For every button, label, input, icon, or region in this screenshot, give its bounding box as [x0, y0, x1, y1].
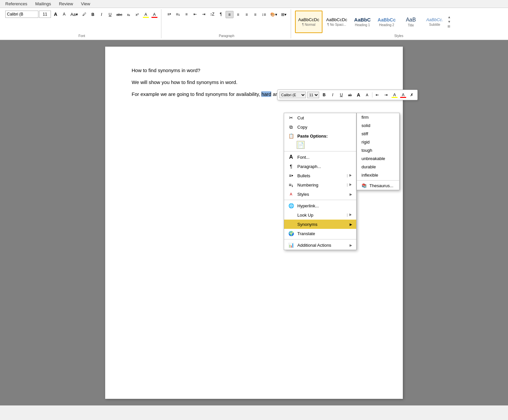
styles-group-label: Styles — [292, 34, 505, 38]
document-page[interactable]: How to find synonyms in word? We will sh… — [105, 47, 403, 399]
mini-separator — [372, 92, 372, 98]
mini-shrink-btn[interactable]: A — [363, 92, 371, 98]
mini-color-btn[interactable]: A — [400, 92, 407, 98]
synonym-durable[interactable]: durable — [357, 163, 399, 171]
bullets-btn[interactable]: ≡• — [165, 11, 173, 18]
font-controls: A A Aa▾ 🖊 B I U abc x₂ x² A — [5, 9, 158, 24]
tab-view[interactable]: View — [77, 0, 94, 8]
tab-references[interactable]: References — [1, 0, 31, 8]
style-normal[interactable]: AaBbCcDc ¶ Normal — [295, 11, 323, 33]
clear-format-btn[interactable]: 🖊 — [80, 11, 88, 18]
ctx-synonyms-label: Synonyms — [297, 222, 346, 227]
ctx-numbering-label: Numbering — [297, 183, 342, 188]
borders-btn[interactable]: ⊞▾ — [279, 11, 288, 18]
font-color-btn[interactable]: A — [150, 11, 158, 18]
mini-highlight-btn[interactable]: A — [391, 92, 398, 98]
mini-underline-btn[interactable]: U — [338, 92, 345, 98]
paragraph-controls: ≡• ≡₁ ≡ ⇤ ⇥ ↕Z ¶ ≡ ≡ ≡ ≡ ↕≡ 🎨▾ ⊞▾ — [165, 9, 288, 24]
ctx-paragraph[interactable]: ¶ Paragraph... — [284, 162, 356, 171]
style-title-label: Title — [408, 23, 414, 27]
italic-btn[interactable]: I — [98, 11, 106, 18]
ctx-synonyms[interactable]: Synonyms ▶ — [284, 220, 356, 229]
ctx-numbering[interactable]: ≡₁ Numbering ｜▶ — [284, 180, 356, 189]
underline-btn[interactable]: U — [106, 11, 114, 18]
synonym-firm[interactable]: firm — [357, 113, 399, 121]
strikethrough-btn[interactable]: abc — [115, 11, 124, 18]
thesaurus-item[interactable]: 📚 Thesaurus... — [357, 182, 399, 190]
style-h1[interactable]: AaBbC Heading 1 — [351, 11, 374, 33]
synonym-unbreakable[interactable]: unbreakable — [357, 154, 399, 163]
multilevel-btn[interactable]: ≡ — [183, 11, 190, 18]
style-normal-preview: AaBbCcDc — [298, 17, 319, 22]
mini-outdent-btn[interactable]: ⇥ — [382, 92, 390, 98]
style-h1-label: Heading 1 — [355, 23, 370, 27]
styles-down-arrow[interactable]: ▼ — [447, 20, 451, 24]
tab-mailings[interactable]: Mailings — [31, 0, 55, 8]
ctx-lookup[interactable]: Look Up ｜▶ — [284, 210, 356, 220]
text-highlight-btn[interactable]: A — [142, 11, 150, 18]
line-spacing-btn[interactable]: ↕≡ — [260, 11, 268, 18]
ctx-hyperlink-label: Hyperlink... — [297, 203, 352, 208]
ctx-bullets[interactable]: ≡• Bullets ｜▶ — [284, 171, 356, 180]
mini-bold-btn[interactable]: B — [320, 92, 328, 98]
ctx-paste-row: 📋 Paste Options: — [284, 132, 356, 140]
align-left-btn[interactable]: ≡ — [226, 11, 233, 18]
mini-eraser-btn[interactable]: ✗ — [408, 92, 415, 98]
shading-btn[interactable]: 🎨▾ — [269, 11, 279, 18]
ribbon: References Mailings Review View A A Aa▾ … — [0, 0, 508, 40]
ctx-numbering-arrow: ｜▶ — [346, 183, 352, 187]
tab-review[interactable]: Review — [55, 0, 77, 8]
font-size-input[interactable] — [39, 11, 51, 18]
synonym-inflexible[interactable]: inflexible — [357, 171, 399, 179]
ribbon-tabs: References Mailings Review View — [0, 0, 508, 8]
ctx-cut-label: Cut — [297, 115, 352, 120]
ctx-sep-2 — [284, 200, 356, 200]
style-nospace[interactable]: AaBbCcDc ¶ No Spaci... — [323, 11, 350, 33]
superscript-btn[interactable]: x² — [133, 11, 141, 18]
ctx-additional[interactable]: 📊 Additional Actions ▶ — [284, 240, 356, 250]
ctx-lookup-label: Look Up — [297, 213, 342, 218]
mini-indent-btn[interactable]: ⇤ — [374, 92, 381, 98]
sort-btn[interactable]: ↕Z — [208, 11, 216, 18]
bold-btn[interactable]: B — [89, 11, 97, 18]
format-painter-btn[interactable]: Aa▾ — [69, 11, 80, 18]
align-right-btn[interactable]: ≡ — [243, 11, 251, 18]
decrease-indent-btn[interactable]: ⇤ — [191, 11, 199, 18]
ctx-font[interactable]: A Font... — [284, 152, 356, 162]
font-name-input[interactable] — [5, 11, 38, 18]
align-center-btn[interactable]: ≡ — [234, 11, 242, 18]
ctx-translate[interactable]: 🌍 Translate — [284, 229, 356, 238]
styles-expand-arrow[interactable]: ⊞ — [447, 24, 451, 29]
synonym-rigid[interactable]: rigid — [357, 138, 399, 146]
ctx-cut[interactable]: ✂ Cut — [284, 113, 356, 122]
ctx-styles[interactable]: A Styles ▶ — [284, 189, 356, 199]
mini-grow-btn[interactable]: A — [355, 91, 362, 99]
show-marks-btn[interactable]: ¶ — [217, 11, 225, 18]
subscript-btn[interactable]: x₂ — [125, 11, 133, 18]
ctx-bullets-arrow: ｜▶ — [346, 173, 352, 178]
styles-up-arrow[interactable]: ▲ — [447, 15, 451, 20]
style-h2[interactable]: AaBbCc Heading 2 — [375, 11, 399, 33]
justify-btn[interactable]: ≡ — [251, 11, 259, 18]
ctx-copy[interactable]: ⧉ Copy — [284, 122, 356, 132]
grow-font-btn[interactable]: A — [52, 11, 60, 18]
font-group-label: Font — [3, 34, 161, 38]
ctx-sep-3 — [284, 239, 356, 239]
mini-font-select[interactable]: Calibri (E — [279, 92, 306, 98]
style-h1-preview: AaBbC — [354, 17, 371, 22]
styles-scroll[interactable]: ▲ ▼ ⊞ — [447, 14, 451, 30]
synonym-tough[interactable]: tough — [357, 146, 399, 154]
ctx-hyperlink[interactable]: 🌐 Hyperlink... — [284, 201, 356, 210]
paste-clipboard-icon[interactable]: 📄 — [297, 141, 305, 149]
ctx-bullets-label: Bullets — [297, 173, 342, 178]
style-title[interactable]: AaB Title — [399, 11, 422, 33]
mini-size-select[interactable]: 11 — [307, 92, 319, 98]
mini-strike-btn[interactable]: ab — [346, 92, 354, 98]
style-subtitle[interactable]: AaBbCc. Subtitle — [423, 11, 446, 33]
shrink-font-btn[interactable]: A — [60, 11, 68, 18]
synonym-stiff[interactable]: stiff — [357, 130, 399, 138]
mini-italic-btn[interactable]: I — [329, 92, 336, 98]
numbering-btn[interactable]: ≡₁ — [174, 11, 182, 18]
synonym-solid[interactable]: solid — [357, 121, 399, 130]
increase-indent-btn[interactable]: ⇥ — [200, 11, 208, 18]
